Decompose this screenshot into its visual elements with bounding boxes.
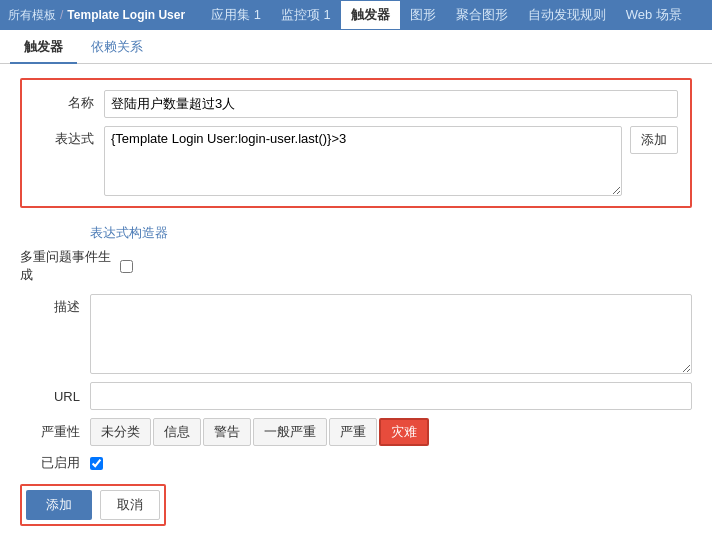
severity-unclassified[interactable]: 未分类: [90, 418, 151, 446]
multi-event-checkbox[interactable]: [120, 260, 133, 273]
nav-item-webscenario[interactable]: Web 场景: [616, 1, 692, 29]
severity-options: 未分类 信息 警告 一般严重 严重 灾难: [90, 418, 429, 446]
nav-item-autodiscover[interactable]: 自动发现规则: [518, 1, 616, 29]
name-input[interactable]: [104, 90, 678, 118]
nav-item-aggregate[interactable]: 聚合图形: [446, 1, 518, 29]
multi-event-label: 多重问题事件生成: [20, 248, 120, 284]
severity-high[interactable]: 严重: [329, 418, 377, 446]
url-label: URL: [20, 389, 80, 404]
breadcrumb: 所有模板 / Template Login User: [8, 7, 185, 24]
severity-warning[interactable]: 警告: [203, 418, 251, 446]
severity-label: 严重性: [20, 423, 80, 441]
cancel-button[interactable]: 取消: [100, 490, 160, 520]
top-nav: 所有模板 / Template Login User 应用集 1 监控项 1 触…: [0, 0, 712, 30]
breadcrumb-all-templates[interactable]: 所有模板: [8, 7, 56, 24]
tab-trigger[interactable]: 触发器: [10, 32, 77, 64]
desc-label: 描述: [20, 294, 80, 316]
url-row: URL: [20, 382, 692, 410]
add-button[interactable]: 添加: [26, 490, 92, 520]
name-expr-section: 名称 表达式 {Template Login User:login-user.l…: [20, 78, 692, 208]
name-label: 名称: [34, 90, 94, 112]
desc-row: 描述: [20, 294, 692, 374]
breadcrumb-current[interactable]: Template Login User: [67, 8, 185, 22]
expr-builder-link[interactable]: 表达式构造器: [90, 224, 168, 242]
breadcrumb-separator: /: [60, 8, 63, 22]
expr-label: 表达式: [34, 126, 94, 148]
enabled-row: 已启用: [20, 454, 692, 472]
name-row: 名称: [34, 90, 678, 118]
tab-dependencies[interactable]: 依赖关系: [77, 32, 157, 64]
severity-average[interactable]: 一般严重: [253, 418, 327, 446]
nav-item-graph[interactable]: 图形: [400, 1, 446, 29]
desc-textarea[interactable]: [90, 294, 692, 374]
url-input[interactable]: [90, 382, 692, 410]
expr-add-button[interactable]: 添加: [630, 126, 678, 154]
nav-item-trigger[interactable]: 触发器: [341, 1, 400, 29]
multi-event-row: 多重问题事件生成: [20, 248, 692, 284]
nav-item-appset[interactable]: 应用集 1: [201, 1, 271, 29]
severity-row: 严重性 未分类 信息 警告 一般严重 严重 灾难: [20, 418, 692, 446]
main-content: 名称 表达式 {Template Login User:login-user.l…: [0, 64, 712, 544]
expr-textarea[interactable]: {Template Login User:login-user.last()}>…: [104, 126, 622, 196]
nav-item-monitor[interactable]: 监控项 1: [271, 1, 341, 29]
enabled-checkbox[interactable]: [90, 457, 103, 470]
enabled-label: 已启用: [20, 454, 80, 472]
severity-info[interactable]: 信息: [153, 418, 201, 446]
tab-bar: 触发器 依赖关系: [0, 30, 712, 64]
top-nav-items: 应用集 1 监控项 1 触发器 图形 聚合图形 自动发现规则 Web 场景: [201, 1, 692, 29]
expr-row: 表达式 {Template Login User:login-user.last…: [34, 126, 678, 196]
severity-disaster[interactable]: 灾难: [379, 418, 429, 446]
